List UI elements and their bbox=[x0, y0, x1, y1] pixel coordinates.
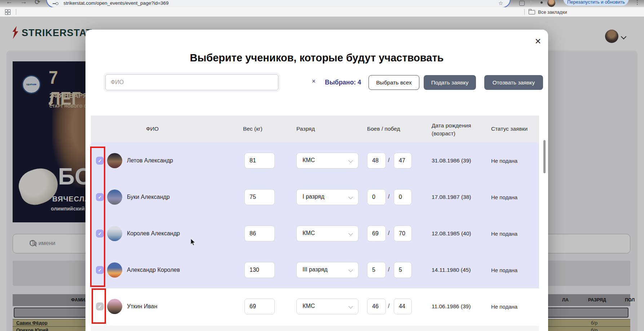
rank-select[interactable]: III разряд bbox=[296, 262, 358, 278]
student-name: Александр Королев bbox=[127, 267, 180, 273]
browser-toolbar: ← → ⟳ strikerstat.com/open_events/event_… bbox=[0, 0, 644, 7]
fights-separator: / bbox=[388, 266, 389, 273]
mouse-cursor bbox=[190, 238, 196, 248]
weight-input[interactable] bbox=[244, 262, 275, 278]
reload-icon[interactable]: ⟳ bbox=[35, 0, 40, 6]
student-row: ✓ Буки Александр I разряд / 17.08.1987 (… bbox=[91, 179, 539, 215]
student-avatar bbox=[107, 190, 122, 205]
wins-input[interactable] bbox=[394, 299, 412, 314]
relaunch-update-button[interactable]: Перезапустить и обновить bbox=[563, 0, 629, 6]
student-row: ✓ Летов Александр КМС / 31.08.1986 (39) … bbox=[91, 143, 539, 179]
fights-separator: / bbox=[388, 230, 389, 236]
weight-input[interactable] bbox=[244, 153, 275, 169]
chevron-down-icon bbox=[348, 195, 353, 199]
header-fights: Боев / побед bbox=[367, 126, 400, 132]
fights-separator: / bbox=[388, 303, 389, 309]
chevron-down-icon bbox=[348, 267, 353, 272]
url-text[interactable]: strikerstat.com/open_events/event_page?i… bbox=[63, 0, 169, 6]
annotation-box-last-checkbox bbox=[92, 288, 106, 324]
header-dob: Дата рождения (возраст) bbox=[432, 122, 486, 138]
submit-application-button[interactable]: Подать заявку bbox=[424, 75, 476, 90]
wins-input[interactable] bbox=[394, 189, 412, 205]
toolbar-divider bbox=[531, 1, 531, 6]
student-name: Уткин Иван bbox=[127, 303, 157, 310]
rank-select[interactable]: КМС bbox=[296, 226, 358, 241]
fio-search-input[interactable] bbox=[105, 74, 278, 90]
fights-input[interactable] bbox=[367, 153, 386, 169]
student-name: Королев Александр bbox=[127, 230, 180, 237]
header-status: Статус заявки bbox=[491, 126, 528, 132]
weight-input[interactable] bbox=[244, 299, 275, 314]
birthdate: 17.08.1987 (38) bbox=[432, 194, 471, 200]
student-avatar bbox=[107, 262, 122, 278]
wins-input[interactable] bbox=[394, 262, 412, 278]
relaunch-update-label: Перезапустить и обновить bbox=[563, 0, 629, 5]
back-icon[interactable]: ← bbox=[6, 0, 13, 6]
application-status: Не подана bbox=[491, 231, 517, 237]
fights-separator: / bbox=[388, 193, 389, 200]
rank-value: III разряд bbox=[303, 266, 327, 273]
rank-value: КМС bbox=[303, 157, 315, 164]
select-students-modal: ✕ Выберите учеников, которые будут участ… bbox=[85, 30, 548, 331]
birthdate: 12.08.1985 (40) bbox=[432, 230, 471, 237]
birthdate: 11.06.1986 (39) bbox=[432, 303, 471, 310]
site-info-icon[interactable] bbox=[53, 2, 58, 5]
rank-value: КМС bbox=[303, 303, 315, 309]
header-fio: ФИО bbox=[146, 126, 159, 132]
rank-select[interactable]: I разряд bbox=[296, 189, 358, 205]
chevron-down-icon bbox=[348, 158, 353, 163]
forward-icon[interactable]: → bbox=[20, 0, 27, 6]
student-name: Летов Александр bbox=[127, 157, 173, 164]
fights-input[interactable] bbox=[367, 226, 386, 241]
header-rank: Разряд bbox=[296, 126, 315, 132]
bookmark-star-icon[interactable]: ☆ bbox=[498, 0, 503, 6]
student-avatar bbox=[107, 226, 122, 241]
modal-scrollbar[interactable] bbox=[543, 140, 546, 173]
students-table-header: ФИО Вес (кг) Разряд Боев / побед Дата ро… bbox=[91, 116, 539, 143]
chevron-down-icon bbox=[348, 231, 353, 236]
modal-title: Выберите учеников, которые будут участво… bbox=[85, 52, 548, 64]
select-all-button[interactable]: Выбрать всех bbox=[369, 75, 419, 90]
all-bookmarks-label[interactable]: Все закладки bbox=[538, 9, 567, 15]
close-icon[interactable]: ✕ bbox=[533, 37, 543, 46]
bookmarks-divider-right bbox=[524, 9, 525, 15]
share-icon[interactable] bbox=[519, 1, 525, 6]
application-status: Не подана bbox=[491, 304, 517, 310]
withdraw-application-button[interactable]: Отозвать заявку bbox=[484, 75, 543, 90]
chevron-down-icon bbox=[348, 304, 353, 309]
bookmarks-divider-left bbox=[16, 9, 16, 15]
rank-select[interactable]: КМС bbox=[296, 299, 358, 314]
bookmarks-bar: Все закладки bbox=[0, 7, 644, 17]
rank-value: КМС bbox=[303, 230, 315, 236]
fights-input[interactable] bbox=[367, 299, 386, 314]
rank-select[interactable]: КМС bbox=[296, 153, 358, 169]
next-row-strip bbox=[91, 326, 539, 331]
extension-icon[interactable] bbox=[541, 1, 543, 4]
wins-input[interactable] bbox=[394, 153, 412, 169]
fights-input[interactable] bbox=[367, 189, 386, 205]
browser-profile-avatar[interactable] bbox=[547, 0, 555, 7]
student-row: ✓ Королев Александр КМС / 12.08.1985 (40… bbox=[91, 215, 539, 252]
folder-icon[interactable] bbox=[529, 10, 535, 14]
weight-input[interactable] bbox=[244, 226, 275, 241]
clear-selection-icon[interactable]: × bbox=[310, 78, 318, 85]
rank-value: I разряд bbox=[303, 193, 325, 200]
student-avatar bbox=[107, 153, 122, 168]
birthdate: 14.11.1980 (45) bbox=[432, 267, 471, 273]
fights-separator: / bbox=[388, 157, 389, 164]
birthdate: 31.08.1986 (39) bbox=[432, 157, 471, 164]
annotation-box-checkboxes bbox=[90, 147, 105, 287]
fights-input[interactable] bbox=[367, 262, 386, 278]
student-row: ✓ Уткин Иван КМС / 11.06.1986 (39) Не по… bbox=[91, 288, 539, 325]
weight-input[interactable] bbox=[244, 189, 275, 205]
selected-count: Выбрано: 4 bbox=[325, 79, 361, 86]
apps-grid-icon[interactable] bbox=[5, 9, 10, 15]
application-status: Не подана bbox=[491, 158, 517, 164]
application-status: Не подана bbox=[491, 194, 517, 200]
browser-menu-icon[interactable]: ⋮ bbox=[635, 0, 640, 6]
student-avatar bbox=[107, 299, 122, 314]
application-status: Не подана bbox=[491, 267, 517, 273]
student-row: ✓ Александр Королев III разряд / 14.11.1… bbox=[91, 252, 539, 288]
header-weight: Вес (кг) bbox=[243, 126, 263, 132]
wins-input[interactable] bbox=[394, 226, 412, 241]
